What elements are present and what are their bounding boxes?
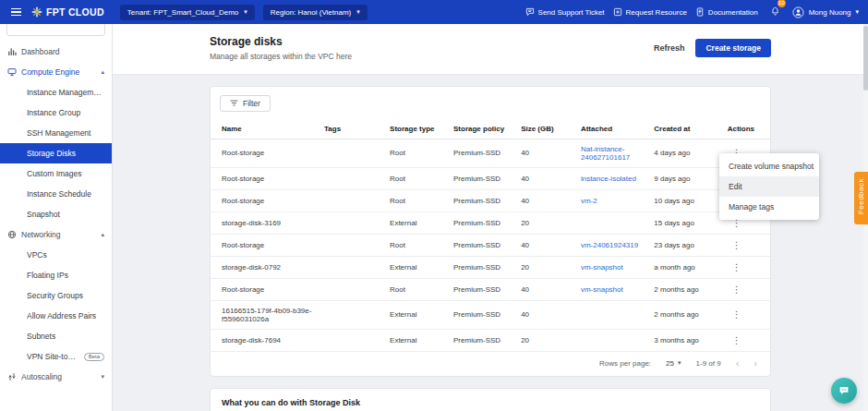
chevron-down-icon: ▾ [356,8,360,16]
row-actions-kebab-button[interactable]: ⋮ [728,262,746,272]
autoscale-icon [7,372,17,381]
tenant-selector[interactable]: Tenant: FPT_Smart_Cloud_Demo▾ [120,5,255,20]
sidebar-item-compute-engine[interactable]: Compute Engine▴ [0,62,112,82]
cell-attached[interactable]: vm-snapshot [575,278,648,300]
table-row: storage-disk-3169ExternalPremium-SSD2015… [211,212,770,234]
refresh-button[interactable]: Refresh [654,43,685,53]
cell-actions: ⋮ [722,256,770,278]
fpt-cloud-logo-icon [31,6,42,18]
scrollbar-thumb[interactable] [863,26,868,91]
create-storage-button[interactable]: Create storage [695,39,771,57]
sidebar-item-label: Subnets [27,332,104,341]
brand-text: FPT CLOUD [46,6,104,18]
cell-attached[interactable]: Nat-instance-240627101617 [575,139,648,167]
documentation-label: Documentation [708,8,758,17]
notifications-button[interactable]: 10 [770,4,780,20]
cell-tags [319,167,384,189]
feedback-tab[interactable]: Feedback [854,172,868,224]
cell-created-at: 23 days ago [648,234,721,256]
chat-support-button[interactable] [831,378,857,404]
cell-name: storage-disk-0792 [211,256,319,278]
rows-per-page-label: Rows per page: [599,359,651,368]
cell-storage-policy: Premium-SSD [448,139,515,167]
cell-created-at: 2 months ago [648,278,721,300]
cell-storage-type: Root [384,167,448,189]
chevron-down-icon: ▾ [244,8,247,16]
sidebar-item-vpn-site-to-site[interactable]: VPN Site-to-SiteBeta [0,346,112,367]
cell-tags [319,256,384,278]
sidebar-item-label: Custom Images [27,169,104,178]
sidebar-item-label: Networking [21,230,96,239]
documentation-link[interactable]: Documentation [695,7,758,17]
menu-icon[interactable] [9,6,23,18]
sidebar-item-security-groups[interactable]: Security Groups [0,285,112,306]
sidebar-item-label: Storage Disks [27,149,104,158]
brand-logo: FPT CLOUD [31,6,104,18]
next-page-button[interactable]: › [753,358,757,369]
column-header-size-gb: Size (GB) [515,119,575,139]
cell-attached[interactable]: vm-24061924319 [575,234,648,256]
row-actions-kebab-button[interactable]: ⋮ [728,309,746,320]
sidebar-item-allow-address-pairs[interactable]: Allow Address Pairs [0,306,112,326]
sidebar-item-networking[interactable]: Networking▴ [0,224,112,245]
cell-attached[interactable]: vm-2 [575,189,648,212]
sidebar-item-label: Snapshot [27,210,104,219]
cell-storage-type: External [384,329,448,351]
cell-attached[interactable]: vm-snapshot [575,256,648,278]
cell-storage-policy: Premium-SSD [448,329,515,351]
dashboard-icon [7,47,17,56]
sidebar-item-floating-ips[interactable]: Floating IPs [0,265,112,285]
sidebar-item-subnets[interactable]: Subnets [0,326,112,346]
quick-actions-title: What you can do with Storage Disk [222,398,759,407]
context-menu-item-manage-tags[interactable]: Manage tags [719,197,819,217]
cell-name: Root-storage [211,167,319,189]
send-support-ticket-link[interactable]: Send Support Ticket [525,7,605,17]
cell-storage-policy: Premium-SSD [448,256,515,278]
row-actions-kebab-button[interactable]: ⋮ [728,240,746,250]
request-resource-icon [613,7,622,17]
cell-attached[interactable]: instance-isolated [575,167,648,189]
column-header-actions: Actions [722,119,770,139]
chevron-down-icon: ▾ [101,373,104,381]
row-actions-kebab-button[interactable]: ⋮ [728,335,746,345]
sidebar-item-storage-disks[interactable]: Storage Disks [0,143,112,163]
region-selector[interactable]: Region: Hanoi (Vietnam)▾ [263,5,368,20]
sidebar-item-dashboard[interactable]: Dashboard [0,42,112,62]
sidebar-item-ssh-management[interactable]: SSH Management [0,123,112,143]
cell-created-at: 4 days ago [648,139,721,167]
sidebar-item-label: VPN Site-to-Site [27,352,78,361]
column-header-attached: Attached [575,119,648,139]
prev-page-button[interactable]: ‹ [736,358,740,369]
context-menu-item-create-volume-snapshot[interactable]: Create volume snapshot [719,156,819,176]
table-row: Root-storageRootPremium-SSD40instance-is… [211,167,770,189]
app-window: FPT CLOUD Tenant: FPT_Smart_Cloud_Demo▾ … [0,0,868,411]
sidebar-item-label: Floating IPs [27,271,104,280]
column-header-storage-type: Storage type [384,119,448,139]
request-resource-link[interactable]: Request Resource [613,7,687,17]
sidebar-item-autoscaling[interactable]: Autoscaling▾ [0,367,112,387]
cell-tags [319,139,384,167]
request-resource-label: Request Resource [626,8,687,17]
sidebar-item-vpcs[interactable]: VPCs [0,245,112,265]
sidebar-item-custom-images[interactable]: Custom Images [0,163,112,184]
row-actions-kebab-button[interactable]: ⋮ [728,284,746,295]
sidebar-item-instance-schedule[interactable]: Instance Schedule [0,184,112,204]
chevron-up-icon: ▴ [101,231,104,238]
page-title: Storage disks [210,35,352,48]
rows-per-page-select[interactable]: 25 ▾ [666,359,681,368]
sidebar-item-instance-management[interactable]: Instance Management [0,82,112,103]
cell-tags [319,329,384,351]
filter-button[interactable]: Filter [220,95,271,112]
sidebar-item-snapshot[interactable]: Snapshot [0,204,112,224]
storage-table-body: Root-storageRootPremium-SSD40Nat-instanc… [211,139,770,351]
sidebar-item-instance-group[interactable]: Instance Group [0,103,112,123]
sidebar-item-label: Compute Engine [21,67,96,77]
notification-badge: 10 [778,0,786,7]
cell-tags [319,212,384,234]
column-header-storage-policy: Storage policy [448,119,515,139]
compute-icon [7,67,17,77]
user-menu[interactable]: Mong Nuong ▾ [792,6,859,18]
context-menu-item-edit[interactable]: Edit [719,176,819,197]
feedback-label: Feedback [857,178,865,214]
filter-label: Filter [243,99,260,108]
